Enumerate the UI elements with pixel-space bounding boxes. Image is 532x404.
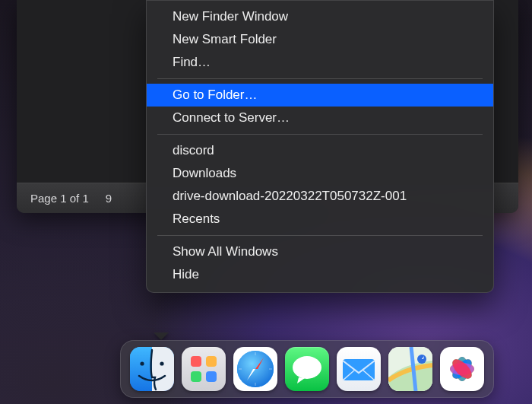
menu-item-show-all-windows[interactable]: Show All Windows — [147, 240, 493, 263]
svg-point-2 — [140, 361, 144, 365]
svg-point-3 — [160, 361, 163, 365]
menu-item-find[interactable]: Find… — [147, 51, 493, 74]
menu-separator — [157, 235, 483, 236]
menu-separator — [157, 134, 483, 135]
dock-safari-icon[interactable] — [233, 347, 277, 391]
svg-point-16 — [293, 356, 321, 379]
svg-rect-17 — [343, 359, 375, 380]
menu-item-recent-drive-download[interactable]: drive-download-20220322T050732Z-001 — [147, 185, 493, 208]
dock-photos-icon[interactable] — [440, 347, 484, 391]
dock — [120, 340, 494, 398]
svg-rect-0 — [130, 347, 152, 391]
menu-item-new-smart-folder[interactable]: New Smart Folder — [147, 28, 493, 51]
menu-item-recent-recents[interactable]: Recents — [147, 208, 493, 231]
menu-item-recent-discord[interactable]: discord — [147, 139, 493, 162]
menu-item-hide[interactable]: Hide — [147, 263, 493, 286]
status-page-indicator: Page 1 of 1 — [30, 192, 89, 205]
dock-region — [120, 340, 532, 398]
dock-launchpad-icon[interactable] — [182, 347, 226, 391]
svg-rect-1 — [152, 347, 174, 391]
status-extra-info: 9 — [106, 192, 112, 205]
menu-separator — [157, 78, 483, 79]
dock-mail-icon[interactable] — [337, 347, 381, 391]
menu-item-go-to-folder[interactable]: Go to Folder… — [147, 84, 493, 107]
svg-rect-5 — [206, 356, 217, 367]
svg-rect-4 — [191, 356, 201, 367]
svg-rect-6 — [191, 371, 201, 382]
menu-item-connect-to-server[interactable]: Connect to Server… — [147, 107, 493, 129]
menu-item-new-finder-window[interactable]: New Finder Window — [147, 5, 493, 28]
menu-tip — [154, 332, 169, 340]
menu-item-recent-downloads[interactable]: Downloads — [147, 162, 493, 185]
finder-context-menu: New Finder WindowNew Smart FolderFind…Go… — [146, 0, 494, 293]
dock-maps-icon[interactable] — [388, 347, 432, 391]
svg-rect-7 — [206, 371, 217, 382]
dock-finder-icon[interactable] — [130, 347, 174, 391]
dock-messages-icon[interactable] — [285, 347, 329, 391]
